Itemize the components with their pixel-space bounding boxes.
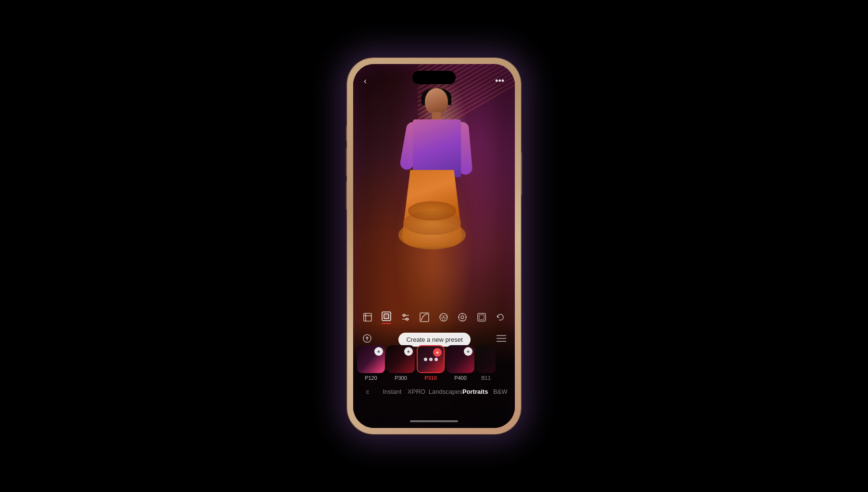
preset-item-b110[interactable]: B11 (476, 345, 496, 381)
loading-dot (424, 358, 427, 361)
preset-label-p400: P400 (454, 375, 467, 381)
svg-rect-4 (384, 314, 389, 319)
tab-portraits[interactable]: Portraits (462, 385, 488, 398)
adjust-tool-button[interactable] (400, 312, 411, 323)
frame-tool-button[interactable] (476, 312, 487, 323)
preset-thumb-p120[interactable]: + (357, 345, 385, 373)
figure-head (425, 88, 448, 115)
tab-instant[interactable]: Instant (380, 385, 405, 398)
preset-item-p400[interactable]: + P400 (447, 345, 474, 381)
crop-tool-button[interactable] (362, 312, 373, 323)
svg-point-15 (461, 316, 464, 319)
power-button[interactable] (521, 152, 522, 195)
person-figure (408, 88, 466, 290)
dynamic-island (412, 71, 456, 84)
preset-label-p310: P310 (424, 375, 437, 381)
svg-rect-0 (364, 313, 371, 321)
skirt-layer (408, 201, 456, 220)
figure-skirt-layers (398, 182, 466, 249)
home-indicator[interactable] (410, 420, 458, 422)
svg-point-11 (441, 315, 444, 318)
more-options-button[interactable]: ••• (495, 76, 504, 86)
color-grading-tool-button[interactable] (438, 312, 449, 323)
svg-rect-20 (478, 313, 485, 321)
back-button[interactable]: ‹ (364, 76, 367, 86)
preset-item-p300[interactable]: + P300 (387, 345, 415, 381)
preset-thumb-bg (476, 345, 496, 373)
screen: ‹ ••• (353, 64, 515, 428)
tab-xpro[interactable]: XPRO (404, 385, 429, 398)
svg-point-12 (444, 315, 447, 318)
active-indicator (382, 323, 391, 324)
loading-dots (424, 358, 438, 361)
preset-item-p310[interactable]: + P310 (417, 345, 445, 381)
svg-point-14 (459, 313, 466, 321)
preset-add-button[interactable]: + (374, 347, 383, 356)
preset-add-button[interactable]: + (404, 347, 413, 356)
selective-tool-button[interactable] (457, 312, 468, 323)
preset-label-b110: B11 (481, 375, 491, 381)
loading-dot (429, 358, 433, 361)
tab-c[interactable]: c (356, 385, 380, 398)
preset-add-button[interactable]: + (464, 347, 472, 356)
svg-rect-21 (479, 315, 484, 320)
filter-tool-button[interactable] (381, 311, 392, 324)
history-tool-button[interactable] (495, 312, 506, 323)
preset-thumb-p300[interactable]: + (387, 345, 415, 373)
figure-top (413, 119, 461, 177)
preset-label-p120: P120 (365, 375, 377, 381)
loading-dot (434, 358, 438, 361)
presets-scroll-row[interactable]: + P120 + P300 (353, 344, 515, 382)
preset-label-p300: P300 (395, 375, 407, 381)
svg-point-13 (442, 317, 445, 320)
tab-bw[interactable]: B&W (488, 385, 512, 398)
preset-list-button[interactable] (497, 335, 506, 344)
filter-category-tabs: c Instant XPRO Landscapes Portraits B&W (353, 383, 515, 400)
preset-item-p120[interactable]: + P120 (357, 345, 385, 381)
tab-landscapes[interactable]: Landscapes (429, 385, 462, 398)
preset-add-button[interactable]: + (433, 348, 442, 357)
toolbar (353, 305, 515, 329)
curves-tool-button[interactable] (419, 312, 430, 323)
phone-device: ‹ ••• (347, 58, 521, 434)
preset-thumb-b110[interactable] (476, 345, 496, 373)
preset-thumb-p310[interactable]: + (417, 345, 445, 373)
preset-thumb-p400[interactable]: + (447, 345, 474, 373)
